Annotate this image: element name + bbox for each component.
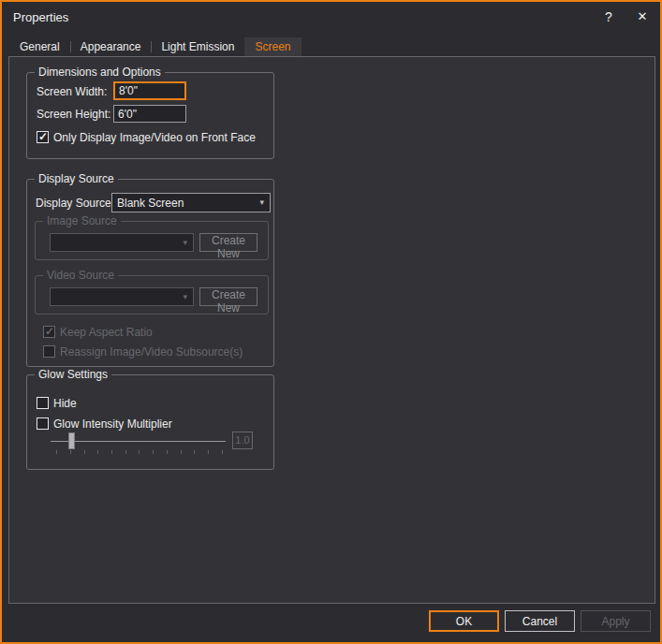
dimensions-and-options-group: Dimensions and Options Screen Width: Scr… <box>26 72 274 159</box>
cancel-button[interactable]: Cancel <box>505 610 575 632</box>
reassign-subsources-checkbox <box>43 345 55 358</box>
glow-intensity-slider-track[interactable] <box>51 441 226 442</box>
screen-width-label: Screen Width: <box>37 85 107 98</box>
image-source-dropdown: ▾ <box>50 233 194 252</box>
tab-screen[interactable]: Screen <box>244 37 301 56</box>
video-source-dropdown: ▾ <box>50 287 194 306</box>
video-source-subgroup: Video Source ▾ Create New <box>35 275 269 315</box>
group-title: Display Source <box>35 173 118 185</box>
screen-tab-page: Dimensions and Options Screen Width: Scr… <box>8 56 655 604</box>
video-create-new-button: Create New <box>199 287 257 306</box>
tab-appearance[interactable]: Appearance <box>70 37 152 56</box>
hide-checkbox[interactable] <box>37 397 49 409</box>
tab-strip: General Appearance Light Emission Screen <box>9 37 302 56</box>
title-bar: Properties ? ✕ <box>2 2 660 34</box>
group-title: Dimensions and Options <box>35 66 165 79</box>
chevron-down-icon: ▾ <box>183 292 187 301</box>
reassign-subsources-label: Reassign Image/Video Subsource(s) <box>60 345 243 359</box>
display-source-value: Blank Screen <box>117 197 184 210</box>
glow-intensity-checkbox[interactable] <box>37 417 49 430</box>
keep-aspect-ratio-label: Keep Aspect Ratio <box>60 326 153 339</box>
subgroup-title: Image Source <box>43 215 121 227</box>
slider-tick-marks <box>56 450 223 454</box>
close-icon[interactable]: ✕ <box>632 7 653 27</box>
hide-checkbox-label: Hide <box>53 397 77 410</box>
apply-button: Apply <box>581 610 651 632</box>
display-source-group: Display Source Display Source: Blank Scr… <box>26 179 274 367</box>
image-create-new-button: Create New <box>199 233 257 252</box>
glow-intensity-slider-thumb[interactable] <box>68 432 75 449</box>
window-title: Properties <box>13 10 68 24</box>
front-face-checkbox-label: Only Display Image/Video on Front Face <box>53 131 256 144</box>
glow-intensity-value: 1.0 <box>232 432 253 449</box>
image-source-subgroup: Image Source ▾ Create New <box>35 221 269 260</box>
subgroup-title: Video Source <box>43 270 118 282</box>
group-title: Glow Settings <box>35 369 111 381</box>
screen-height-label: Screen Height: <box>37 108 110 121</box>
properties-dialog: Properties ? ✕ General Appearance Light … <box>0 0 662 644</box>
help-icon[interactable]: ? <box>598 7 619 27</box>
glow-intensity-label: Glow Intensity Multiplier <box>53 417 172 431</box>
tab-light-emission[interactable]: Light Emission <box>151 37 244 56</box>
chevron-down-icon: ▾ <box>183 238 187 247</box>
screen-height-input[interactable] <box>113 105 186 123</box>
tab-general[interactable]: General <box>9 37 70 56</box>
ok-button[interactable]: OK <box>429 610 499 632</box>
display-source-label: Display Source: <box>36 197 114 210</box>
screen-width-input[interactable] <box>113 81 186 100</box>
chevron-down-icon: ▾ <box>259 198 264 207</box>
keep-aspect-ratio-checkbox <box>43 326 55 338</box>
glow-settings-group: Glow Settings Hide Glow Intensity Multip… <box>26 374 274 470</box>
display-source-dropdown[interactable]: Blank Screen ▾ <box>111 193 271 212</box>
front-face-checkbox[interactable] <box>37 131 49 143</box>
